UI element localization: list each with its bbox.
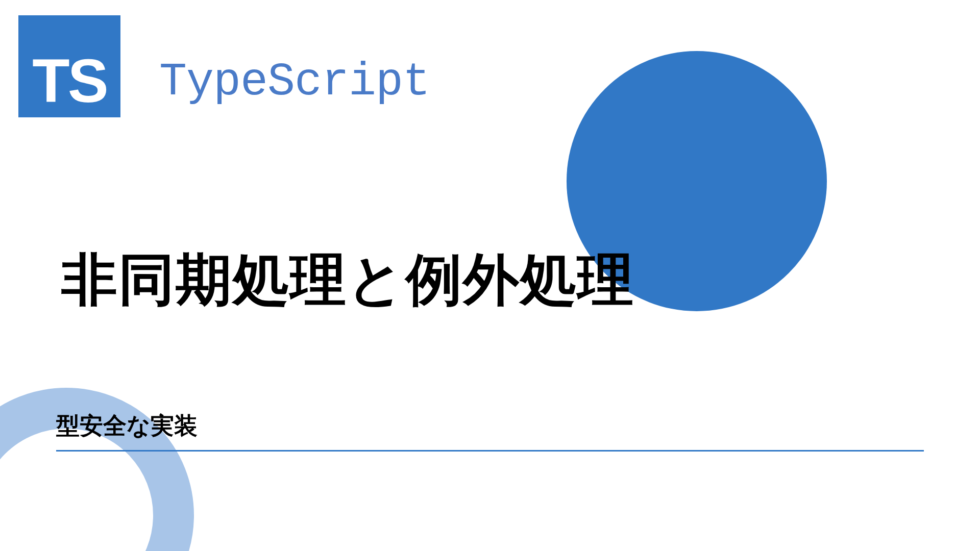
typescript-logo: TS <box>18 15 120 117</box>
logo-text: TS <box>32 50 106 111</box>
subtitle-underline <box>56 450 924 452</box>
subtitle-section: 型安全な実装 <box>56 410 924 452</box>
slide-container: TS TypeScript 非同期処理と例外処理 型安全な実装 <box>0 0 980 551</box>
brand-label: TypeScript <box>159 56 430 108</box>
slide-title: 非同期処理と例外処理 <box>61 242 634 318</box>
slide-subtitle: 型安全な実装 <box>56 410 924 450</box>
